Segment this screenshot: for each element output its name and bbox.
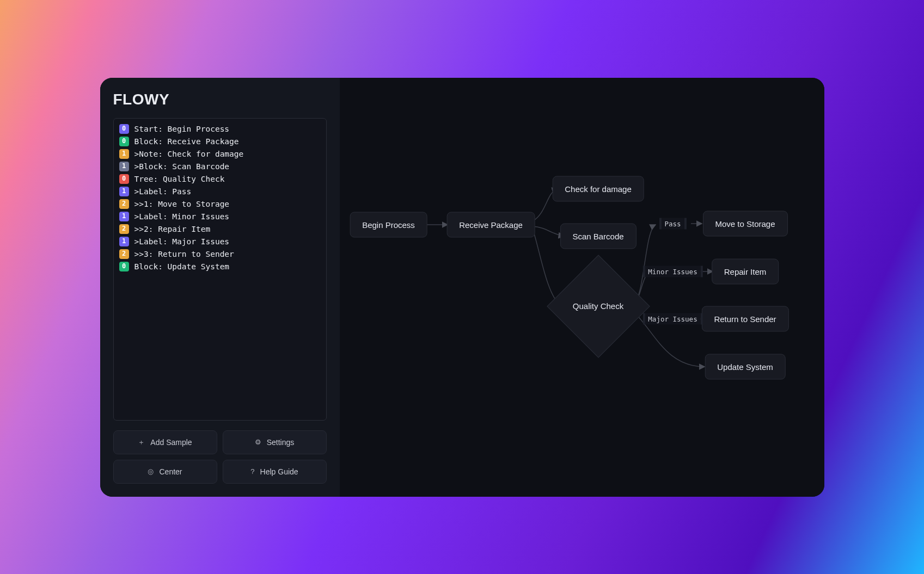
editor-line[interactable]: 2>>1: Move to Storage [119,198,321,211]
edge-receive-scan [533,226,564,236]
editor-text: >Block: Scan Barcode [134,161,230,172]
editor-line[interactable]: 1>Label: Major Issues [119,236,321,248]
add-sample-button[interactable]: ＋ Add Sample [113,430,217,454]
editor-text: Tree: Quality Check [134,174,225,185]
node-begin[interactable]: Begin Process [350,212,427,237]
indent-badge: 0 [119,174,129,184]
edge-label-minor: Minor Issues [645,266,700,277]
editor-line[interactable]: 1>Block: Scan Barcode [119,161,321,173]
indent-badge: 0 [119,124,129,134]
question-icon: ? [250,467,254,476]
editor-text: >Label: Minor Issues [134,211,230,223]
indent-badge: 1 [119,237,129,246]
help-button[interactable]: ? Help Guide [223,460,327,484]
indent-badge: 0 [119,137,129,146]
editor-line[interactable]: 1>Note: Check for damage [119,148,321,161]
button-label: Settings [267,438,295,447]
indent-badge: 2 [119,199,129,209]
indent-badge: 1 [119,162,129,171]
app-window: FLOWY 0Start: Begin Process 0Block: Rece… [100,78,824,497]
node-return[interactable]: Return to Sender [701,306,788,331]
gear-icon: ⚙ [255,438,261,446]
indent-badge: 1 [119,149,129,159]
center-button[interactable]: ◎ Center [113,460,217,484]
editor-text: >Label: Major Issues [134,236,230,248]
editor-text: Start: Begin Process [134,124,230,135]
indent-badge: 1 [119,212,129,221]
node-receive[interactable]: Receive Package [446,212,535,237]
indent-badge: 0 [119,262,129,271]
editor-text: >Label: Pass [134,186,192,197]
button-label: Help Guide [260,467,298,476]
editor-text: Block: Update System [134,261,230,273]
sidebar-button-grid: ＋ Add Sample ⚙ Settings ◎ Center ? Help … [113,430,327,484]
edge-label-major: Major Issues [645,313,700,324]
editor-line[interactable]: 0Block: Update System [119,261,321,273]
editor-text: >>1: Move to Storage [134,199,230,210]
editor-text: >>3: Return to Sender [134,249,234,260]
editor-text: Block: Receive Package [134,136,239,147]
node-checkdmg[interactable]: Check for damage [552,176,644,201]
button-label: Center [159,467,182,476]
edge-label-pass: Pass [661,218,684,229]
button-label: Add Sample [150,438,192,447]
editor-line[interactable]: 0Start: Begin Process [119,123,321,135]
app-title: FLOWY [113,91,327,108]
node-repair[interactable]: Repair Item [712,258,779,284]
editor-text: >Note: Check for damage [134,149,244,160]
editor-line[interactable]: 1>Label: Minor Issues [119,211,321,223]
node-storage[interactable]: Move to Storage [702,211,787,236]
plus-icon: ＋ [138,437,145,447]
editor-line[interactable]: 0Tree: Quality Check [119,173,321,186]
node-update[interactable]: Update System [705,354,786,379]
code-editor[interactable]: 0Start: Begin Process 0Block: Receive Pa… [113,118,327,421]
flow-canvas[interactable]: Begin Process Receive Package Check for … [340,78,824,497]
node-quality[interactable]: Quality Check [562,270,635,343]
indent-badge: 2 [119,249,129,259]
edge-receive-quality [533,230,560,305]
node-scan[interactable]: Scan Barcode [560,223,636,249]
editor-line[interactable]: 0Block: Receive Package [119,135,321,148]
settings-button[interactable]: ⚙ Settings [223,430,327,454]
sidebar: FLOWY 0Start: Begin Process 0Block: Rece… [100,78,340,497]
editor-line[interactable]: 2>>2: Repair Item [119,223,321,236]
indent-badge: 2 [119,224,129,234]
editor-line[interactable]: 2>>3: Return to Sender [119,248,321,261]
target-icon: ◎ [148,467,154,476]
editor-text: >>2: Repair Item [134,224,211,235]
editor-line[interactable]: 1>Label: Pass [119,186,321,198]
indent-badge: 1 [119,187,129,196]
edge-quality-pass [634,225,656,304]
